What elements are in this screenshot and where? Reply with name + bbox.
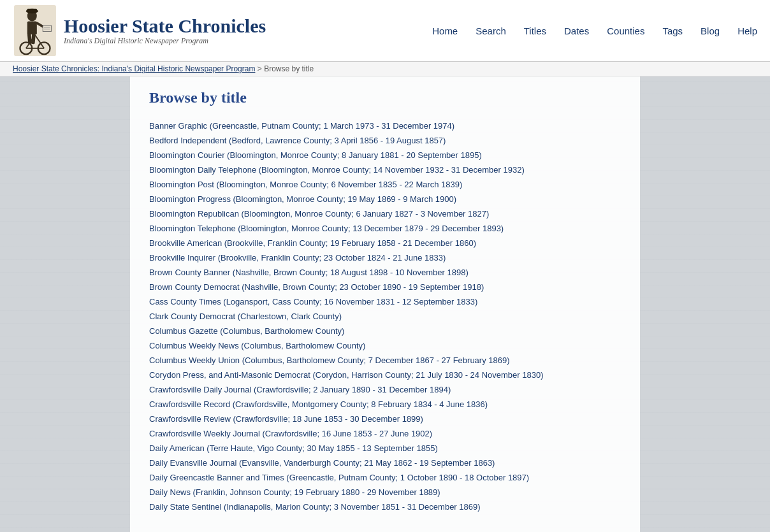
nav-tags[interactable]: Tags — [662, 25, 683, 36]
list-item: Bloomington Telephone (Bloomington, Monr… — [149, 222, 621, 235]
title-link[interactable]: Bloomington Progress (Bloomington, Monro… — [149, 194, 456, 204]
list-item: Clark County Democrat (Charlestown, Clar… — [149, 310, 621, 323]
list-item: Bloomington Post (Bloomington, Monroe Co… — [149, 178, 621, 191]
title-link[interactable]: Crawfordsville Weekly Journal (Crawfords… — [149, 429, 432, 438]
breadcrumb-current: Browse by title — [264, 64, 314, 73]
breadcrumb-home-link[interactable]: Hoosier State Chronicles: Indiana's Digi… — [13, 64, 255, 73]
title-link[interactable]: Crawfordsville Review (Crawfordsville; 1… — [149, 414, 423, 424]
list-item: Columbus Weekly Union (Columbus, Barthol… — [149, 354, 621, 367]
site-subtitle: Indiana's Digital Historic Newspaper Pro… — [64, 36, 266, 46]
nav-dates[interactable]: Dates — [564, 25, 589, 36]
main-content: Browse by title Banner Graphic (Greencas… — [130, 76, 640, 532]
logo-text: Hoosier State Chronicles Indiana's Digit… — [64, 15, 266, 46]
title-link[interactable]: Crawfordsville Record (Crawfordsville, M… — [149, 399, 488, 409]
list-item: Daily Greencastle Banner and Times (Gree… — [149, 471, 621, 484]
title-link[interactable]: Columbus Weekly Union (Columbus, Barthol… — [149, 356, 510, 365]
title-link[interactable]: Daily Evansville Journal (Evansville, Va… — [149, 458, 495, 468]
list-item: Banner Graphic (Greencastle, Putnam Coun… — [149, 119, 621, 133]
logo-area: Hoosier State Chronicles Indiana's Digit… — [13, 5, 266, 56]
list-item: Columbus Gazette (Columbus, Bartholomew … — [149, 324, 621, 338]
list-item: Crawfordsville Weekly Journal (Crawfords… — [149, 427, 621, 440]
title-link[interactable]: Bedford Independent (Bedford, Lawrence C… — [149, 136, 446, 145]
title-link[interactable]: Crawfordsville Daily Journal (Crawfordsv… — [149, 385, 451, 394]
nav-titles[interactable]: Titles — [524, 25, 546, 36]
title-link[interactable]: Banner Graphic (Greencastle, Putnam Coun… — [149, 121, 454, 131]
list-item: Bloomington Daily Telephone (Bloomington… — [149, 163, 621, 176]
svg-rect-4 — [27, 21, 37, 34]
breadcrumb: Hoosier State Chronicles: Indiana's Digi… — [0, 62, 770, 76]
nav-counties[interactable]: Counties — [607, 25, 644, 36]
nav-help[interactable]: Help — [737, 25, 757, 36]
breadcrumb-separator: > — [258, 64, 264, 73]
title-link[interactable]: Bloomington Courier (Bloomington, Monroe… — [149, 150, 482, 160]
title-link[interactable]: Brookville American (Brookville, Frankli… — [149, 238, 476, 248]
nav-home[interactable]: Home — [432, 25, 458, 36]
svg-rect-8 — [43, 25, 51, 31]
title-link[interactable]: Columbus Gazette (Columbus, Bartholomew … — [149, 326, 344, 336]
list-item: Brookville American (Brookville, Frankli… — [149, 236, 621, 250]
title-link[interactable]: Bloomington Post (Bloomington, Monroe Co… — [149, 180, 462, 189]
title-link[interactable]: Brown County Banner (Nashville, Brown Co… — [149, 268, 469, 277]
list-item: Crawfordsville Record (Crawfordsville, M… — [149, 398, 621, 411]
title-link[interactable]: Daily State Sentinel (Indianapolis, Mari… — [149, 502, 481, 512]
nav-blog[interactable]: Blog — [701, 25, 720, 36]
page-background: Browse by title Banner Graphic (Greencas… — [0, 76, 770, 532]
list-item: Daily State Sentinel (Indianapolis, Mari… — [149, 500, 621, 514]
list-item: Daily Evansville Journal (Evansville, Va… — [149, 456, 621, 470]
title-link[interactable]: Brown County Democrat (Nashville, Brown … — [149, 282, 484, 292]
title-link[interactable]: Bloomington Republican (Bloomington, Mon… — [149, 209, 489, 219]
title-link[interactable]: Columbus Weekly News (Columbus, Bartholo… — [149, 341, 365, 350]
main-nav: Home Search Titles Dates Counties Tags B… — [432, 25, 757, 36]
title-link[interactable]: Corydon Press, and Anti-Masonic Democrat… — [149, 370, 544, 380]
title-link[interactable]: Daily News (Franklin, Johnson County; 19… — [149, 487, 440, 497]
site-title: Hoosier State Chronicles — [64, 15, 266, 36]
list-item: Daily American (Terre Haute, Vigo County… — [149, 442, 621, 455]
title-link[interactable]: Clark County Democrat (Charlestown, Clar… — [149, 312, 342, 321]
list-item: Crawfordsville Review (Crawfordsville; 1… — [149, 412, 621, 426]
list-item: Crawfordsville Daily Journal (Crawfordsv… — [149, 383, 621, 396]
title-link[interactable]: Daily Greencastle Banner and Times (Gree… — [149, 473, 529, 482]
titles-list: Banner Graphic (Greencastle, Putnam Coun… — [149, 119, 621, 514]
list-item: Bedford Independent (Bedford, Lawrence C… — [149, 134, 621, 147]
logo-icon — [13, 5, 57, 56]
list-item: Brown County Banner (Nashville, Brown Co… — [149, 266, 621, 279]
title-link[interactable]: Daily American (Terre Haute, Vigo County… — [149, 443, 438, 453]
list-item: Bloomington Courier (Bloomington, Monroe… — [149, 148, 621, 162]
list-item: Bloomington Progress (Bloomington, Monro… — [149, 192, 621, 206]
list-item: Daily News (Franklin, Johnson County; 19… — [149, 485, 621, 499]
page-title: Browse by title — [149, 89, 621, 106]
title-link[interactable]: Bloomington Daily Telephone (Bloomington… — [149, 165, 525, 175]
svg-rect-3 — [27, 9, 37, 13]
list-item: Brookville Inquirer (Brookville, Frankli… — [149, 251, 621, 264]
list-item: Bloomington Republican (Bloomington, Mon… — [149, 207, 621, 220]
header: Hoosier State Chronicles Indiana's Digit… — [0, 0, 770, 62]
title-link[interactable]: Bloomington Telephone (Bloomington, Monr… — [149, 224, 504, 233]
nav-search[interactable]: Search — [476, 25, 506, 36]
list-item: Columbus Weekly News (Columbus, Bartholo… — [149, 339, 621, 352]
title-link[interactable]: Cass County Times (Logansport, Cass Coun… — [149, 297, 477, 306]
list-item: Corydon Press, and Anti-Masonic Democrat… — [149, 368, 621, 382]
title-link[interactable]: Brookville Inquirer (Brookville, Frankli… — [149, 253, 446, 262]
list-item: Brown County Democrat (Nashville, Brown … — [149, 280, 621, 294]
list-item: Cass County Times (Logansport, Cass Coun… — [149, 295, 621, 308]
